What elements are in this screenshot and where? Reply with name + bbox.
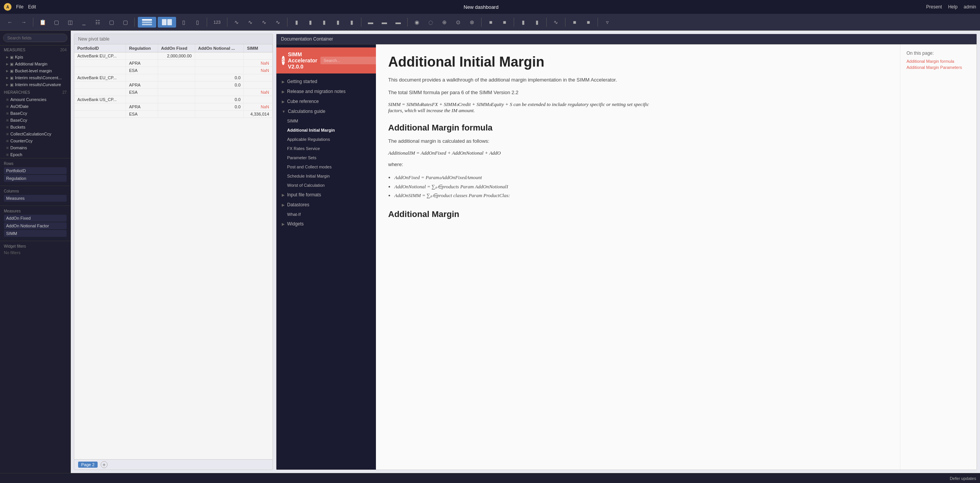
rows-portfolioid[interactable]: PortfolioID <box>4 167 67 174</box>
sidebar-item-kpis[interactable]: ▶ ▣ Kpis <box>0 54 70 60</box>
edit-menu[interactable]: Edit <box>28 4 36 10</box>
nav-cube-reference[interactable]: ▶ Cube reference <box>276 96 376 106</box>
share-button[interactable]: ▢ <box>50 17 62 28</box>
sidebar-hier-baseccy2[interactable]: ⊞ BaseCcy <box>0 117 70 124</box>
table-row[interactable]: APRA 0.0 <box>74 82 273 89</box>
sidebar-hier-baseccy1[interactable]: ⊞ BaseCcy <box>0 110 70 117</box>
toc-link-parameters[interactable]: Additional Margin Parameters <box>906 65 970 70</box>
table-row[interactable]: APRA 0.0 NaN <box>74 103 273 111</box>
sparkline-btn[interactable]: ∿ <box>550 17 562 28</box>
area-chart-btn[interactable]: ∿ <box>244 17 256 28</box>
doc-logo-bar: S SIMM Accelerator V2.0.0 <box>276 47 376 73</box>
scatter2-btn[interactable]: ■ <box>485 17 497 28</box>
nav-forward-button[interactable]: → <box>18 17 30 28</box>
pivot-table[interactable]: PortfolioID Regulation AddOn Fixed AddOn… <box>74 44 273 459</box>
sidebar-item-interim-concent[interactable]: ▶ ▣ Interim results\Concent... <box>0 74 70 81</box>
bar-chart-btn4[interactable]: ▮ <box>332 17 344 28</box>
table-btn2[interactable] <box>158 17 176 28</box>
bubble-btn[interactable]: ■ <box>498 17 511 28</box>
scatter-btn[interactable]: ∿ <box>272 17 284 28</box>
sidebar-hier-asofdate[interactable]: ⊞ AsOfDate <box>0 103 70 110</box>
copy-button[interactable]: ▢ <box>105 17 118 28</box>
toc-link-formula[interactable]: Additional Margin formula <box>906 59 970 64</box>
page-button[interactable]: Page 2 <box>78 462 98 468</box>
connect-button[interactable]: ⎯ <box>78 17 90 28</box>
sidebar-item-additional-margin[interactable]: ▶ ▣ Additional Margin <box>0 60 70 67</box>
table-row[interactable]: APRA NaN <box>74 60 273 67</box>
table-row[interactable]: ESA NaN <box>74 67 273 74</box>
donut-chart-btn[interactable]: ◌ <box>425 17 437 28</box>
nav-release-notes[interactable]: ▶ Release and migration notes <box>276 86 376 96</box>
nav-getting-started[interactable]: ▶ Getting started <box>276 77 376 86</box>
bar-chart-btn3[interactable]: ▮ <box>318 17 330 28</box>
pie-chart-btn[interactable]: ◉ <box>411 17 423 28</box>
waterfall2-btn[interactable]: ▮ <box>531 17 543 28</box>
nav-additional-initial-margin[interactable]: Additional Initial Margin <box>276 126 376 135</box>
nav-worst-of[interactable]: Worst of Calculation <box>276 181 376 190</box>
nav-back-button[interactable]: ← <box>4 17 16 28</box>
measure-addon-fixed[interactable]: AddOn Fixed <box>4 215 67 222</box>
table-row[interactable]: ESA 4,336,014 <box>74 111 273 118</box>
hbar-chart-btn2[interactable]: ▬ <box>378 17 390 28</box>
filter-panel-btn[interactable]: ▿ <box>601 17 613 28</box>
nav-schedule-initial[interactable]: Schedule Initial Margin <box>276 171 376 181</box>
measure-simm[interactable]: SIMM <box>4 230 67 237</box>
present-button[interactable]: Present <box>926 4 942 10</box>
table-btn1[interactable] <box>138 17 156 28</box>
bar-chart-btn[interactable]: ▮ <box>291 17 303 28</box>
table-row[interactable]: ESA NaN <box>74 89 273 96</box>
heatmap-btn[interactable]: ⊗ <box>466 17 478 28</box>
rows-regulation[interactable]: Regulation <box>4 175 67 182</box>
sidebar-hier-amount[interactable]: ⊞ Amount Currencies <box>0 96 70 103</box>
nav-input-formats[interactable]: ▶ Input file formats <box>276 190 376 200</box>
help-button[interactable]: Help <box>948 4 958 10</box>
combo-chart-btn[interactable]: ∿ <box>258 17 270 28</box>
num-btn[interactable]: 123 <box>210 17 224 28</box>
admin-button[interactable]: admin <box>964 4 976 10</box>
combo3-btn[interactable]: ■ <box>582 17 595 28</box>
nav-datastores[interactable]: ▶ Datastores <box>276 200 376 210</box>
table-row[interactable]: ActiveBank EU_CP... 2,000,000.00 <box>74 52 273 60</box>
add-page-button[interactable]: + <box>101 461 108 468</box>
sidebar-hier-domains[interactable]: ⊞ Domains <box>0 144 70 151</box>
search-input[interactable] <box>3 34 67 42</box>
save-button[interactable]: 📋 <box>36 17 49 28</box>
table-btn3[interactable]: ▯ <box>178 17 190 28</box>
defer-updates-button[interactable]: Defer updates <box>950 476 976 481</box>
nav-what-if[interactable]: What-If <box>276 210 376 219</box>
nav-fx-rates[interactable]: FX Rates Service <box>276 144 376 153</box>
sidebar-hier-counterccy[interactable]: ⊞ CounterCcy <box>0 137 70 144</box>
sidebar-hier-collectccy[interactable]: ⊞ CollectCalculationCcy <box>0 131 70 137</box>
doc-search-input[interactable] <box>320 57 376 64</box>
bar-chart-btn5[interactable]: ▮ <box>346 17 358 28</box>
nav-calculations-guide[interactable]: ▼ Calculations guide <box>276 106 376 116</box>
sidebar-hier-buckets[interactable]: ⊞ Buckets <box>0 124 70 131</box>
paste-button[interactable]: ▢ <box>119 17 131 28</box>
file-menu[interactable]: File <box>16 4 23 10</box>
waterfall-btn[interactable]: ▮ <box>517 17 529 28</box>
table-btn4[interactable]: ▯ <box>191 17 204 28</box>
bar-chart-btn2[interactable]: ▮ <box>304 17 317 28</box>
hbar-chart-btn3[interactable]: ▬ <box>392 17 404 28</box>
columns-measures[interactable]: Measures <box>4 195 67 202</box>
nav-post-collect[interactable]: Post and Collect modes <box>276 162 376 171</box>
grid-button[interactable]: ◫ <box>64 17 76 28</box>
doc-logo-text: SIMM Accelerator V2.0.0 <box>288 51 317 70</box>
rows-section: Rows PortfolioID Regulation <box>0 158 70 186</box>
table-row[interactable]: ActiveBank US_CP... 0.0 <box>74 96 273 103</box>
nav-applicable-regulations[interactable]: Applicable Regulations <box>276 135 376 144</box>
measure-addon-notional[interactable]: AddOn Notional Factor <box>4 222 67 229</box>
sidebar-hier-epoch[interactable]: ⊞ Epoch <box>0 151 70 158</box>
nav-simm[interactable]: SIMM <box>276 116 376 126</box>
combo2-btn[interactable]: ■ <box>568 17 581 28</box>
sidebar-item-interim-curvature[interactable]: ▶ ▣ Interim results\Curvature <box>0 81 70 88</box>
filter-button[interactable]: ☷ <box>91 17 104 28</box>
treemap-btn[interactable]: ⊙ <box>452 17 464 28</box>
table-row[interactable]: ActiveBank EU_CP... 0.0 <box>74 74 273 82</box>
line-chart-btn[interactable]: ∿ <box>230 17 243 28</box>
hbar-chart-btn1[interactable]: ▬ <box>364 17 377 28</box>
nav-parameter-sets[interactable]: Parameter Sets <box>276 153 376 162</box>
gauge-btn[interactable]: ⊕ <box>438 17 451 28</box>
sidebar-item-bucket-level[interactable]: ▶ ▣ Bucket-level margin <box>0 67 70 74</box>
nav-widgets[interactable]: ▶ Widgets <box>276 219 376 229</box>
